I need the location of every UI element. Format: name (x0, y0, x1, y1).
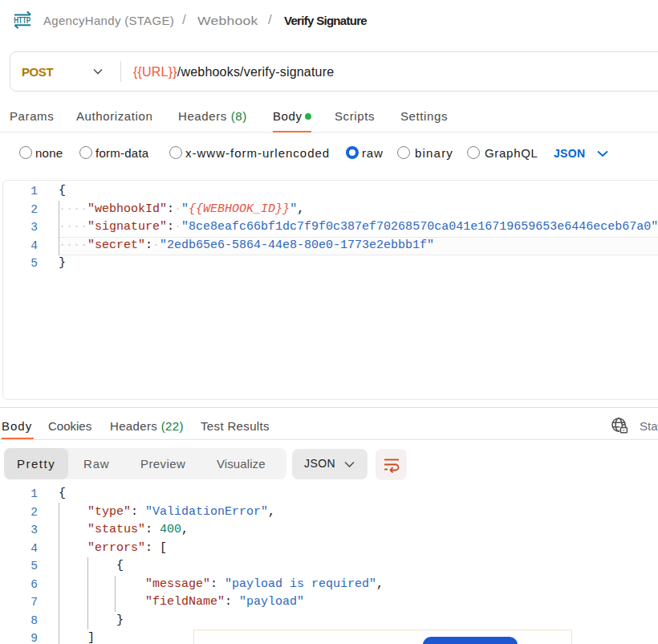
svg-text:HTTP: HTTP (14, 15, 30, 25)
